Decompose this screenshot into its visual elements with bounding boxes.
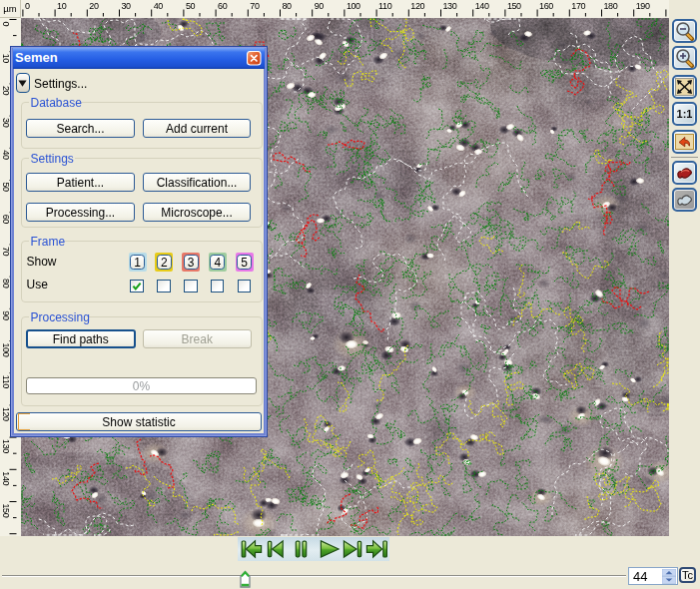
svg-text:50: 50 bbox=[1, 183, 11, 193]
svg-text:10: 10 bbox=[57, 1, 67, 11]
svg-text:110: 110 bbox=[378, 1, 392, 11]
svg-text:160: 160 bbox=[539, 1, 553, 11]
svg-text:140: 140 bbox=[1, 471, 11, 485]
svg-text:150: 150 bbox=[1, 504, 11, 518]
svg-text:70: 70 bbox=[250, 1, 260, 11]
svg-text:90: 90 bbox=[315, 1, 325, 11]
svg-text:180: 180 bbox=[604, 1, 618, 11]
svg-text:90: 90 bbox=[1, 310, 11, 320]
svg-text:110: 110 bbox=[1, 375, 11, 389]
svg-text:20: 20 bbox=[1, 86, 11, 96]
svg-text:120: 120 bbox=[1, 407, 11, 421]
svg-text:80: 80 bbox=[1, 279, 11, 289]
svg-text:80: 80 bbox=[283, 1, 293, 11]
svg-text:130: 130 bbox=[1, 439, 11, 453]
svg-text:100: 100 bbox=[347, 1, 360, 11]
svg-text:40: 40 bbox=[154, 1, 164, 11]
svg-text:10: 10 bbox=[1, 54, 11, 64]
svg-text:50: 50 bbox=[186, 1, 196, 11]
svg-text:70: 70 bbox=[1, 247, 11, 257]
svg-text:0: 0 bbox=[1, 22, 11, 27]
svg-text:0: 0 bbox=[25, 1, 30, 11]
svg-text:150: 150 bbox=[507, 1, 521, 11]
svg-text:120: 120 bbox=[410, 1, 424, 11]
svg-text:190: 190 bbox=[636, 1, 650, 11]
svg-text:40: 40 bbox=[1, 150, 11, 160]
svg-text:130: 130 bbox=[443, 1, 457, 11]
svg-text:20: 20 bbox=[89, 1, 99, 11]
svg-text:30: 30 bbox=[122, 1, 132, 11]
svg-text:100: 100 bbox=[1, 343, 11, 357]
svg-text:170: 170 bbox=[571, 1, 585, 11]
svg-text:60: 60 bbox=[1, 215, 11, 225]
svg-text:60: 60 bbox=[218, 1, 228, 11]
svg-text:140: 140 bbox=[475, 1, 489, 11]
svg-text:30: 30 bbox=[1, 118, 11, 128]
